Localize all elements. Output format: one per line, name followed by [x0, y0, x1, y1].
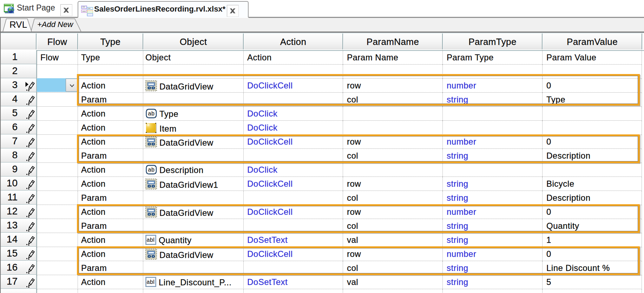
- svg-text:abl: abl: [147, 237, 155, 243]
- svg-text:ab: ab: [148, 111, 155, 116]
- svg-text:abl: abl: [147, 279, 155, 285]
- svg-text:ab: ab: [148, 167, 155, 173]
